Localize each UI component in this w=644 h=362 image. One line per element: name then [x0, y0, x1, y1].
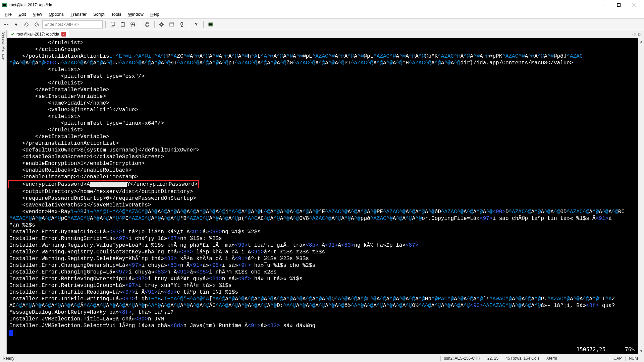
status-term-type: Xterm — [543, 356, 610, 361]
help-icon[interactable]: ? — [192, 20, 201, 29]
toolbar: ? — [0, 19, 644, 30]
tab-close-icon[interactable]: × — [61, 32, 66, 37]
menu-help[interactable]: Help — [147, 11, 163, 18]
tab-next-icon[interactable]: ▷ — [637, 31, 643, 37]
statusbar: Ready ssh2: AES-256-CTR 22, 25 45 Rows, … — [0, 354, 644, 362]
svg-text:?: ? — [195, 22, 198, 27]
maximize-button[interactable] — [611, 0, 627, 10]
app-icon — [2, 2, 7, 8]
session-options-icon[interactable] — [167, 20, 176, 29]
menu-view[interactable]: View — [29, 11, 45, 18]
vim-status-line: 150572,25 76% — [577, 346, 635, 353]
tab-prev-icon[interactable]: ◁ — [631, 31, 637, 37]
svg-line-13 — [134, 25, 135, 26]
disconnect-icon[interactable] — [32, 20, 41, 29]
svg-rect-9 — [122, 22, 123, 23]
quick-connect-icon[interactable] — [12, 20, 21, 29]
window-title: root@kali-2017: /opt/ida — [9, 3, 596, 7]
print-icon[interactable] — [143, 20, 152, 29]
svg-point-17 — [161, 23, 163, 25]
close-button[interactable] — [627, 0, 642, 10]
menu-edit[interactable]: Edit — [15, 11, 29, 18]
status-cap: CAP — [610, 356, 625, 361]
minimize-button[interactable] — [596, 0, 611, 10]
separator — [105, 21, 106, 28]
menu-file[interactable]: File — [1, 11, 15, 18]
separator — [189, 21, 189, 28]
separator — [203, 21, 204, 28]
find-icon[interactable] — [128, 20, 137, 29]
status-ready: Ready — [3, 356, 440, 361]
svg-rect-16 — [146, 25, 148, 26]
paste-icon[interactable] — [118, 20, 127, 29]
session-manager-panel[interactable]: Session Manager — [0, 30, 7, 354]
status-cursor: 22, 25 — [484, 356, 502, 361]
session-tab[interactable]: ✔ root@kali-2017: /opt/ida × — [8, 31, 69, 37]
separator — [154, 21, 155, 28]
svg-rect-1 — [3, 4, 6, 6]
status-connection: ssh2: AES-256-CTR — [440, 356, 484, 361]
svg-line-12 — [131, 25, 132, 26]
connect-icon[interactable] — [2, 20, 11, 29]
scroll-down-icon[interactable]: ▾ — [639, 349, 643, 353]
host-input[interactable] — [42, 20, 103, 28]
svg-rect-15 — [146, 22, 148, 24]
tabbar: ✔ root@kali-2017: /opt/ida × ◁ ▷ — [7, 30, 644, 38]
svg-rect-25 — [209, 23, 212, 25]
menu-transfer[interactable]: Transfer — [67, 11, 90, 18]
status-num: NUM — [625, 356, 641, 361]
xfer-icon[interactable] — [206, 20, 215, 29]
svg-rect-18 — [170, 23, 174, 26]
copy-icon[interactable] — [108, 20, 117, 29]
settings-icon[interactable] — [157, 20, 166, 29]
vertical-scrollbar[interactable]: ▴ ▾ — [638, 38, 644, 354]
menu-tools[interactable]: Tools — [108, 11, 124, 18]
toggle-icon[interactable] — [177, 20, 186, 29]
svg-rect-20 — [181, 22, 183, 25]
menu-window[interactable]: Window — [125, 11, 147, 18]
svg-rect-3 — [618, 3, 621, 6]
scroll-up-icon[interactable]: ▴ — [639, 39, 643, 44]
menu-options[interactable]: Options — [45, 11, 67, 18]
titlebar: root@kali-2017: /opt/ida — [0, 0, 644, 10]
menu-script[interactable]: Script — [90, 11, 108, 18]
separator — [140, 21, 140, 28]
connected-icon: ✔ — [11, 32, 14, 37]
status-size: 45 Rows, 154 Cols — [502, 356, 543, 361]
svg-point-10 — [131, 23, 133, 25]
terminal[interactable]: </ruleList> </actionGroup> </postInstall… — [7, 38, 638, 354]
svg-rect-7 — [112, 22, 115, 25]
tab-label: root@kali-2017: /opt/ida — [16, 32, 59, 37]
reconnect-icon[interactable] — [22, 20, 31, 29]
svg-point-11 — [133, 23, 135, 25]
menubar: File Edit View Options Transfer Script T… — [0, 10, 644, 19]
